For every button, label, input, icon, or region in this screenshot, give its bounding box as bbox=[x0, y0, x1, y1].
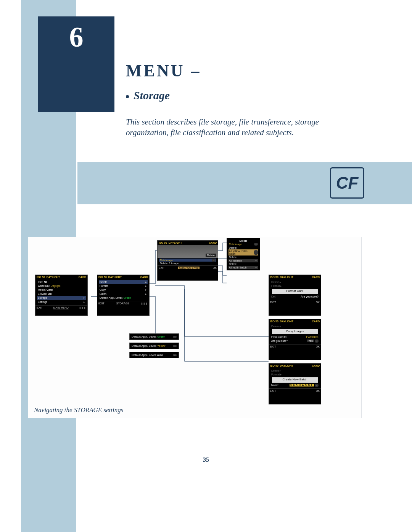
intro-text: This section describes file storage, fil… bbox=[126, 116, 324, 138]
appr-level-green: Default Appr. Level: Green◦◦ bbox=[129, 333, 179, 340]
navigation-diagram: ISO 50 DAYLIGHT CARD ISO: 50 White Bal: … bbox=[28, 237, 362, 418]
menu-title: Menu – bbox=[126, 61, 340, 81]
storage-menu-panel: ISO 50 DAYLIGHT CARD Delete▸ Format▸ Cop… bbox=[97, 275, 150, 316]
chapter-number-box: 6 bbox=[38, 16, 114, 112]
delete-preview-panel: ISO 50 DAYLIGHT CARD Delete This image◦◦… bbox=[157, 240, 218, 281]
bullet-icon bbox=[126, 95, 129, 98]
cf-card-icon: CF bbox=[330, 167, 364, 199]
title-block: Menu – Storage This section describes fi… bbox=[126, 61, 340, 138]
appr-level-yellow: Default Appr. Level: Yellow◦◦ bbox=[129, 343, 179, 349]
page-number: 35 bbox=[0, 456, 412, 463]
appr-level-auto: Default Appr. Level: Auto◦◦ bbox=[129, 352, 179, 358]
copy-images-panel: ISO 50 DAYLIGHT CARD Delete ▸ Copy Image… bbox=[269, 319, 321, 360]
panel-header: ISO 50 DAYLIGHT CARD bbox=[35, 275, 87, 279]
diagram-caption: Navigating the STORAGE settings bbox=[34, 406, 123, 414]
chapter-number: 6 bbox=[69, 21, 84, 53]
delete-options-panel: Delete This image◦◦ Delete All yellow re… bbox=[227, 238, 260, 270]
storage-subtitle: Storage bbox=[126, 89, 340, 102]
format-card-panel: ISO 50 DAYLIGHT CARD Delete ▸ Format ▸ F… bbox=[269, 275, 321, 316]
main-menu-panel: ISO 50 DAYLIGHT CARD ISO: 50 White Bal: … bbox=[35, 275, 88, 316]
create-batch-panel: ISO 50 DAYLIGHT CARD Delete ▸ Format ▸ C… bbox=[269, 363, 321, 404]
